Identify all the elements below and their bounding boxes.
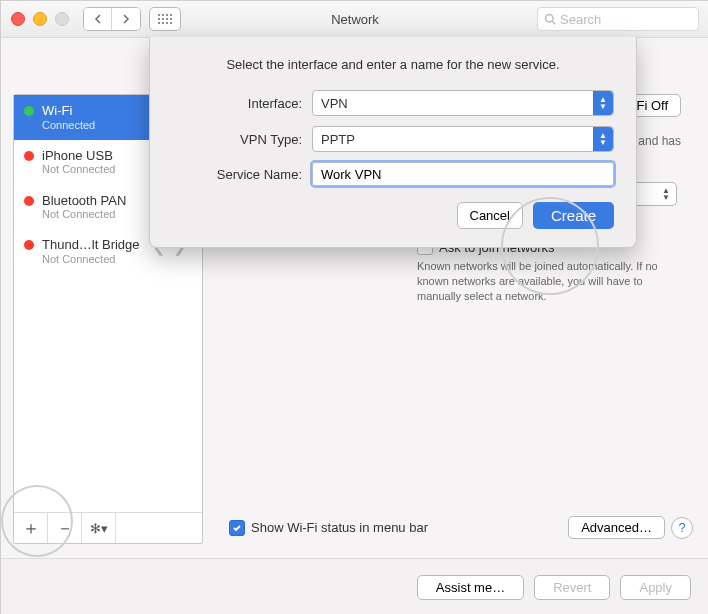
action-strip: Assist me… Revert Apply	[1, 558, 708, 614]
search-input[interactable]: Search	[537, 7, 699, 31]
ask-to-join-help-text: Known networks will be joined automatica…	[417, 259, 677, 304]
updown-arrows-icon: ▲▼	[662, 187, 670, 201]
status-dot-disconnected-icon	[24, 196, 34, 206]
apply-button: Apply	[620, 575, 691, 600]
svg-point-0	[546, 15, 554, 23]
window-title: Network	[331, 12, 379, 27]
service-actions-menu[interactable]: ✻▾	[82, 513, 116, 543]
zoom-window-button	[55, 12, 69, 26]
select-arrows-icon: ▲▼	[593, 91, 613, 115]
service-label: iPhone USB	[42, 148, 115, 164]
network-preferences-window: Network Search Wi-Fi Connected i	[0, 0, 708, 614]
create-button[interactable]: Create	[533, 202, 614, 229]
vpn-type-select[interactable]: PPTP ▲▼	[312, 126, 614, 152]
sidebar-toolbar: ＋ － ✻▾	[14, 512, 202, 543]
search-placeholder: Search	[560, 12, 601, 27]
close-window-button[interactable]	[11, 12, 25, 26]
service-status: Not Connected	[42, 163, 115, 176]
interface-label: Interface:	[172, 96, 312, 111]
advanced-button[interactable]: Advanced…	[568, 516, 665, 539]
window-controls	[11, 12, 69, 26]
show-wifi-status-label: Show Wi-Fi status in menu bar	[251, 520, 428, 535]
service-label: Thund…lt Bridge	[42, 237, 140, 253]
nav-segment	[83, 7, 141, 31]
select-arrows-icon: ▲▼	[593, 127, 613, 151]
revert-button: Revert	[534, 575, 610, 600]
cancel-button[interactable]: Cancel	[457, 202, 523, 229]
add-service-button[interactable]: ＋	[14, 513, 48, 543]
app-grid-icon	[158, 14, 172, 24]
search-icon	[544, 13, 556, 25]
interface-value: VPN	[321, 96, 348, 111]
service-name-input[interactable]	[312, 162, 614, 186]
bottom-bar: Show Wi-Fi status in menu bar Advanced… …	[229, 516, 693, 539]
new-service-sheet: Select the interface and enter a name fo…	[149, 37, 637, 248]
back-button[interactable]	[84, 8, 112, 30]
service-status: Connected	[42, 119, 95, 132]
service-label: Bluetooth PAN	[42, 193, 126, 209]
assist-me-button[interactable]: Assist me…	[417, 575, 524, 600]
help-button[interactable]: ?	[671, 517, 693, 539]
titlebar: Network Search	[1, 1, 708, 38]
vpn-type-label: VPN Type:	[172, 132, 312, 147]
sheet-prompt: Select the interface and enter a name fo…	[172, 57, 614, 72]
status-dot-connected-icon	[24, 106, 34, 116]
service-status: Not Connected	[42, 253, 140, 266]
service-status: Not Connected	[42, 208, 126, 221]
status-dot-disconnected-icon	[24, 240, 34, 250]
status-dot-disconnected-icon	[24, 151, 34, 161]
svg-line-1	[552, 21, 555, 24]
vpn-type-value: PPTP	[321, 132, 355, 147]
forward-button[interactable]	[112, 8, 140, 30]
service-label: Wi-Fi	[42, 103, 95, 119]
ask-to-join-section: Ask to join networks Known networks will…	[417, 239, 677, 304]
checkbox-checked-icon[interactable]	[229, 520, 245, 536]
show-all-prefs-button[interactable]	[149, 7, 181, 31]
service-name-label: Service Name:	[172, 167, 312, 182]
minimize-window-button[interactable]	[33, 12, 47, 26]
remove-service-button[interactable]: －	[48, 513, 82, 543]
interface-select[interactable]: VPN ▲▼	[312, 90, 614, 116]
